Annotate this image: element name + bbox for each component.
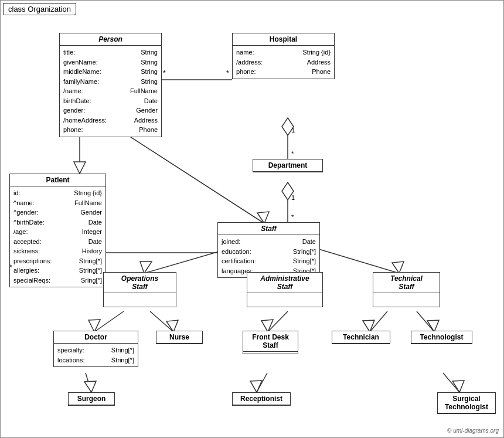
- class-person: Person title:String givenName:String mid…: [59, 33, 162, 137]
- svg-line-38: [443, 373, 459, 392]
- svg-marker-37: [250, 381, 262, 392]
- svg-marker-33: [427, 320, 439, 332]
- diagram-title: class Organization: [3, 3, 76, 15]
- class-receptionist: Receptionist: [232, 392, 291, 406]
- copyright: © uml-diagrams.org: [447, 427, 499, 434]
- svg-line-28: [268, 311, 288, 332]
- svg-marker-29: [261, 320, 273, 332]
- class-doctor-attrs: specialty:String[*] locations:String[*]: [54, 344, 138, 366]
- class-hospital-attrs: name:String {id} /address:Address phone:…: [233, 46, 334, 79]
- class-technical-staff-name: TechnicalStaff: [373, 273, 440, 293]
- svg-line-34: [86, 373, 91, 392]
- svg-marker-14: [257, 212, 269, 223]
- svg-line-32: [417, 311, 434, 332]
- class-person-name: Person: [60, 33, 161, 46]
- class-department-name: Department: [253, 159, 322, 172]
- class-front-desk-staff: Front DeskStaff: [243, 331, 298, 354]
- svg-line-13: [124, 133, 264, 223]
- class-patient-attrs: id:String {id} ^name:FullName ^gender:Ge…: [10, 186, 105, 287]
- svg-marker-35: [84, 381, 96, 392]
- svg-marker-3: [282, 118, 294, 135]
- svg-line-26: [150, 311, 173, 332]
- class-technologist: Technologist: [411, 331, 472, 344]
- class-hospital-name: Hospital: [233, 33, 334, 46]
- class-operations-staff: OperationsStaff: [103, 272, 176, 307]
- svg-text:*: *: [163, 69, 166, 77]
- class-surgical-technologist-name: SurgicalTechnologist: [438, 393, 495, 413]
- class-surgeon: Surgeon: [68, 392, 115, 406]
- class-operations-staff-name: OperationsStaff: [104, 273, 176, 293]
- svg-marker-31: [363, 320, 374, 332]
- class-front-desk-staff-name: Front DeskStaff: [243, 331, 298, 352]
- class-doctor-name: Doctor: [54, 331, 138, 344]
- svg-marker-25: [88, 320, 100, 332]
- svg-marker-7: [282, 182, 294, 200]
- svg-marker-23: [392, 262, 404, 273]
- class-hospital: Hospital name:String {id} /address:Addre…: [232, 33, 335, 79]
- class-nurse: Nurse: [156, 331, 203, 344]
- class-surgeon-name: Surgeon: [69, 393, 114, 405]
- class-nurse-name: Nurse: [156, 331, 202, 344]
- svg-line-30: [370, 311, 387, 332]
- svg-marker-19: [140, 262, 152, 273]
- svg-marker-39: [452, 381, 464, 392]
- class-doctor: Doctor specialty:String[*] locations:Str…: [53, 331, 138, 367]
- svg-text:*: *: [226, 69, 229, 77]
- svg-line-24: [94, 311, 124, 332]
- class-staff-attrs: joined:Date education:String[*] certific…: [218, 235, 319, 277]
- class-technician-name: Technician: [332, 331, 390, 344]
- svg-text:1: 1: [291, 127, 295, 134]
- svg-marker-27: [166, 320, 178, 332]
- svg-text:1: 1: [291, 194, 295, 201]
- svg-text:*: *: [291, 213, 294, 220]
- class-patient: Patient id:String {id} ^name:FullName ^g…: [9, 174, 106, 287]
- diagram-container: class Organization * * 1 * 1 * * *: [0, 0, 504, 438]
- class-surgical-technologist: SurgicalTechnologist: [437, 392, 496, 414]
- class-patient-name: Patient: [10, 174, 105, 186]
- svg-marker-12: [74, 162, 86, 174]
- class-technician: Technician: [332, 331, 390, 344]
- svg-line-36: [257, 373, 267, 392]
- class-technical-staff: TechnicalStaff: [373, 272, 440, 307]
- class-technologist-name: Technologist: [411, 331, 472, 344]
- class-administrative-staff-name: AdministrativeStaff: [247, 273, 322, 293]
- svg-line-22: [311, 247, 399, 273]
- class-staff-name: Staff: [218, 223, 319, 235]
- class-department: Department: [253, 159, 323, 172]
- class-receptionist-name: Receptionist: [233, 393, 290, 405]
- svg-text:*: *: [291, 150, 294, 157]
- multiplicity-patient-star: *: [9, 263, 12, 271]
- class-person-attrs: title:String givenName:String middleName…: [60, 46, 161, 137]
- class-administrative-staff: AdministrativeStaff: [247, 272, 323, 307]
- class-staff: Staff joined:Date education:String[*] ce…: [217, 222, 320, 278]
